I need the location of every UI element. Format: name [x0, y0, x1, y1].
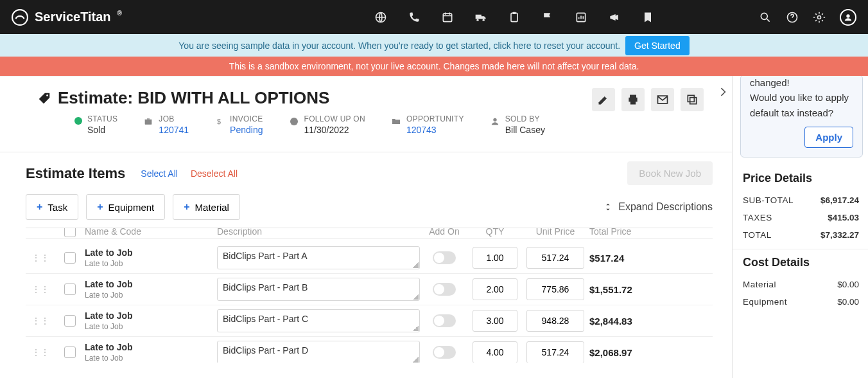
edit-button[interactable]: [592, 88, 615, 111]
addon-toggle[interactable]: [433, 314, 456, 327]
qty-input[interactable]: [473, 247, 517, 269]
briefcase-icon: [143, 116, 153, 127]
person-icon: [490, 116, 500, 127]
row-checkbox[interactable]: [64, 252, 76, 264]
avatar[interactable]: [840, 9, 856, 26]
items-heading: Estimate Items: [26, 165, 125, 182]
add-task-button[interactable]: +Task: [26, 194, 78, 220]
description-input[interactable]: BidClips Part - Part B: [217, 278, 420, 301]
total-price: $1,551.72: [589, 284, 666, 295]
price-details: Price Details SUB-TOTAL$6,917.24 TAXES$4…: [733, 165, 868, 249]
plus-icon: +: [37, 201, 42, 213]
svg-rect-15: [145, 120, 152, 125]
addon-toggle[interactable]: [433, 283, 456, 296]
topbar-right: [759, 9, 856, 26]
svg-rect-2: [443, 14, 451, 21]
add-material-button[interactable]: +Material: [173, 194, 240, 220]
truck-icon[interactable]: [474, 11, 487, 24]
item-name: Late to Job: [85, 279, 217, 289]
followup-value: 11/30/2022: [304, 125, 365, 135]
tag-icon: [37, 91, 51, 105]
flag-icon[interactable]: [541, 11, 554, 24]
drag-handle-icon[interactable]: ⋮⋮: [26, 347, 55, 357]
svg-rect-5: [511, 13, 517, 21]
info-banner-text: You are seeing sample data in your accou…: [178, 40, 620, 51]
sandbox-banner-text: This is a sandbox environment, not your …: [229, 61, 639, 71]
row-checkbox[interactable]: [64, 284, 76, 295]
row-checkbox[interactable]: [64, 346, 76, 358]
total-price: $2,068.97: [589, 347, 666, 358]
help-icon[interactable]: [786, 11, 799, 24]
deselect-all-link[interactable]: Deselect All: [191, 168, 238, 179]
gear-icon[interactable]: [813, 11, 826, 24]
opportunity-link[interactable]: 120743: [406, 125, 464, 135]
unit-price-input[interactable]: [526, 278, 584, 300]
select-all-link[interactable]: Select All: [141, 168, 178, 179]
svg-point-3: [476, 19, 478, 21]
addon-toggle[interactable]: [433, 346, 456, 359]
row-checkbox[interactable]: [64, 315, 76, 327]
svg-point-17: [290, 118, 298, 125]
phone-icon[interactable]: [408, 11, 421, 24]
invoice-link[interactable]: Pending: [230, 125, 263, 135]
svg-point-0: [12, 10, 28, 25]
addon-toggle[interactable]: [433, 251, 456, 264]
svg-point-11: [846, 14, 849, 17]
brand-logo[interactable]: ServiceTitan®: [12, 9, 122, 26]
item-name: Late to Job: [85, 342, 217, 352]
megaphone-icon[interactable]: [608, 11, 621, 24]
get-started-button[interactable]: Get Started: [625, 36, 690, 55]
add-equipment-button[interactable]: +Equipment: [86, 194, 165, 220]
drag-handle-icon[interactable]: ⋮⋮: [26, 253, 55, 263]
email-button[interactable]: [651, 88, 674, 111]
qty-input[interactable]: [473, 341, 517, 363]
collapse-right-panel-icon[interactable]: [716, 86, 729, 98]
svg-rect-14: [688, 95, 694, 102]
copy-button[interactable]: [681, 88, 704, 111]
expand-icon: [603, 202, 613, 212]
description-input[interactable]: BidClips Part - Part C: [217, 309, 420, 332]
bookmark-icon[interactable]: [641, 11, 654, 24]
total-price: $517.24: [589, 253, 666, 264]
svg-point-4: [482, 19, 484, 21]
qty-input[interactable]: [473, 278, 517, 300]
item-name: Late to Job: [85, 310, 217, 321]
check-circle-icon: [289, 116, 299, 127]
expand-descriptions-toggle[interactable]: Expand Descriptions: [603, 201, 713, 213]
svg-rect-13: [690, 98, 697, 104]
table-header: Name & Code Description Add On QTY Unit …: [26, 228, 713, 239]
table-row: ⋮⋮Late to JobLate to JobBidClips Part - …: [26, 274, 713, 305]
brand-name: ServiceTitan: [35, 10, 111, 24]
items-table: Name & Code Description Add On QTY Unit …: [26, 228, 713, 363]
unit-price-input[interactable]: [526, 310, 584, 332]
drag-handle-icon[interactable]: ⋮⋮: [26, 316, 55, 326]
calendar-icon[interactable]: [441, 11, 454, 24]
sandbox-banner: This is a sandbox environment, not your …: [0, 57, 868, 76]
item-code: Late to Job: [85, 259, 217, 268]
book-new-job-button[interactable]: Book New Job: [627, 161, 713, 185]
qty-input[interactable]: [473, 310, 517, 332]
apply-tax-button[interactable]: Apply: [804, 127, 853, 148]
chart-icon[interactable]: [575, 11, 587, 24]
plus-icon: +: [97, 201, 103, 213]
svg-point-8: [761, 13, 767, 19]
item-code: Late to Job: [85, 291, 217, 300]
cost-details: Cost Details Material$0.00 Equipment$0.0…: [733, 249, 868, 316]
item-code: Late to Job: [85, 354, 217, 363]
plus-icon: +: [184, 201, 189, 213]
clipboard-icon[interactable]: [508, 11, 521, 24]
search-icon[interactable]: [759, 11, 772, 24]
unit-price-input[interactable]: [526, 341, 584, 363]
dollar-icon: $: [214, 116, 225, 127]
select-all-checkbox[interactable]: [64, 228, 76, 237]
folder-icon: [391, 116, 401, 127]
print-button[interactable]: [621, 88, 645, 111]
description-input[interactable]: BidClips Part - Part D: [217, 341, 420, 363]
globe-icon[interactable]: [374, 11, 387, 24]
drag-handle-icon[interactable]: ⋮⋮: [26, 284, 55, 294]
tax-prompt: changed!Would you like to apply default …: [740, 76, 863, 158]
description-input[interactable]: BidClips Part - Part A: [217, 246, 420, 269]
job-link[interactable]: 120741: [159, 125, 189, 135]
header-actions: [592, 88, 704, 111]
unit-price-input[interactable]: [526, 247, 584, 269]
